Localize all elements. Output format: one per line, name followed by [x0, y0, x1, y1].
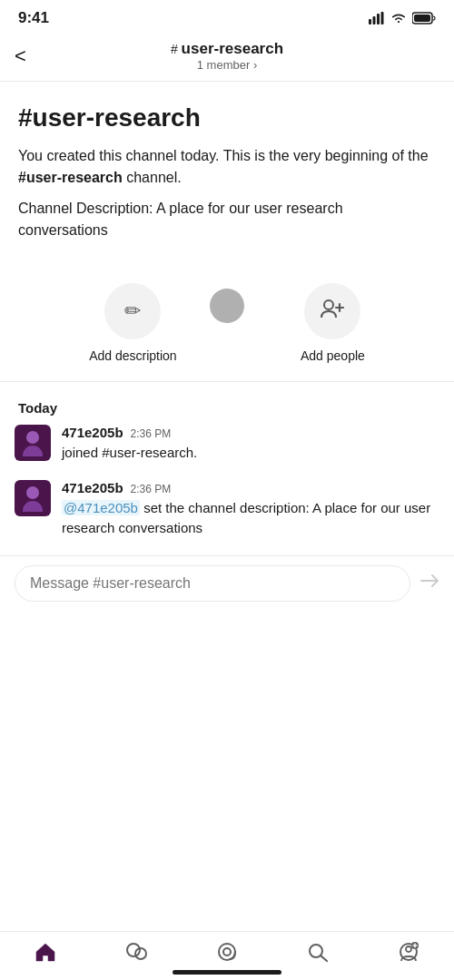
- channel-created-text: You created this channel today. This is …: [18, 145, 436, 189]
- dot-divider: [210, 289, 244, 323]
- message-item: 471e205b 2:36 PM @471e205b set the chann…: [15, 480, 439, 539]
- message-item: 471e205b 2:36 PM joined #user-research.: [15, 425, 439, 464]
- svg-point-10: [135, 948, 146, 959]
- message-header: 471e205b 2:36 PM: [62, 425, 439, 440]
- back-button[interactable]: <: [15, 44, 26, 68]
- mentions-icon: [215, 941, 239, 963]
- avatar-person-icon: [21, 431, 44, 455]
- svg-rect-3: [381, 12, 384, 24]
- message-username: 471e205b: [62, 425, 123, 440]
- message-header: 471e205b 2:36 PM: [62, 480, 439, 495]
- add-people-button[interactable]: Add people: [301, 283, 365, 363]
- action-buttons-row: Add description Add people: [0, 274, 454, 381]
- add-people-icon-circle: [304, 283, 360, 339]
- home-indicator: [173, 970, 281, 975]
- status-bar: 9:41: [0, 0, 454, 33]
- message-input-bar: [0, 555, 454, 611]
- svg-rect-5: [414, 15, 430, 22]
- pencil-icon: [124, 299, 141, 323]
- header-subtitle[interactable]: 1 member ›: [171, 58, 283, 72]
- status-icons: [369, 12, 436, 24]
- add-description-button[interactable]: Add description: [89, 283, 177, 363]
- you-icon: [397, 941, 420, 963]
- message-body: @471e205b set the channel description: A…: [62, 498, 439, 539]
- battery-icon: [412, 12, 436, 24]
- svg-point-6: [324, 300, 333, 309]
- add-description-icon-circle: [104, 283, 161, 339]
- message-content: 471e205b 2:36 PM @471e205b set the chann…: [62, 480, 439, 539]
- svg-point-12: [223, 948, 231, 956]
- channel-info-section: #user-research You created this channel …: [0, 82, 454, 274]
- dms-icon: [124, 941, 148, 963]
- header-center: # user-research 1 member ›: [171, 40, 283, 72]
- add-people-label: Add people: [301, 348, 365, 363]
- message-input[interactable]: [15, 565, 410, 602]
- add-person-icon: [320, 298, 345, 325]
- header-title: # user-research: [171, 40, 283, 58]
- svg-line-14: [321, 956, 327, 961]
- home-icon: [34, 941, 57, 963]
- today-label: Today: [0, 382, 454, 425]
- avatar: [15, 425, 51, 461]
- channel-desc-block: Channel Description: A place for our use…: [18, 198, 436, 241]
- message-body: joined #user-research.: [62, 443, 439, 464]
- message-time: 2:36 PM: [131, 483, 172, 495]
- mention: @471e205b: [62, 500, 140, 515]
- svg-rect-0: [369, 19, 371, 24]
- send-button[interactable]: [419, 572, 439, 595]
- message-username: 471e205b: [62, 480, 123, 495]
- channel-title: #user-research: [18, 103, 436, 132]
- svg-point-16: [406, 946, 411, 952]
- search-icon: [306, 941, 330, 963]
- signal-icon: [369, 12, 385, 24]
- messages-list: 471e205b 2:36 PM joined #user-research. …: [0, 425, 454, 539]
- add-description-label: Add description: [89, 348, 177, 363]
- message-content: 471e205b 2:36 PM joined #user-research.: [62, 425, 439, 464]
- wifi-icon: [390, 12, 407, 24]
- status-time: 9:41: [18, 9, 49, 27]
- avatar: [15, 480, 51, 516]
- svg-rect-2: [377, 14, 380, 24]
- hash-symbol: #: [171, 42, 182, 56]
- message-time: 2:36 PM: [131, 427, 172, 440]
- channel-header: < # user-research 1 member ›: [0, 33, 454, 82]
- svg-rect-1: [373, 16, 376, 24]
- avatar-person-icon: [21, 486, 44, 510]
